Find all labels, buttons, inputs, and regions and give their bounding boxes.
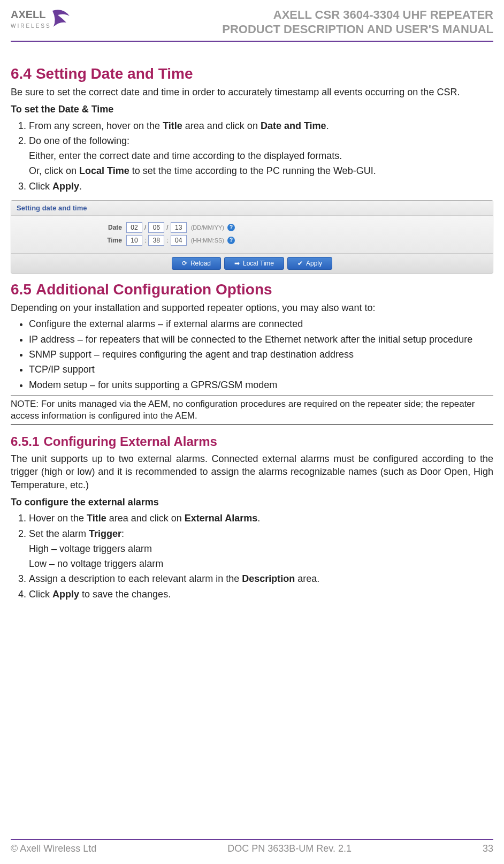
heading-number: 6.5.1 [11, 434, 39, 449]
list-item: TCP/IP support [29, 363, 493, 376]
step-1: From any screen, hover on the Title area… [29, 119, 493, 132]
time-format-hint: (HH:MM:SS) [191, 237, 224, 244]
footer-doc-id: DOC PN 3633B-UM Rev. 2.1 [227, 843, 352, 854]
section-6-5-1-intro: The unit supports up to two external ala… [11, 452, 493, 491]
apply-button[interactable]: ✔ Apply [287, 257, 332, 270]
step-3: Click Apply. [29, 180, 493, 193]
help-icon[interactable]: ? [227, 237, 235, 244]
step-2-sub-1: Either, enter the correct date and time … [29, 149, 493, 162]
check-icon: ✔ [297, 260, 303, 267]
date-mm-input[interactable] [148, 222, 164, 233]
svg-text:AXELL: AXELL [11, 9, 46, 20]
set-date-time-steps: From any screen, hover on the Title area… [11, 119, 493, 193]
heading-6-4: 6.4Setting Date and Time [11, 65, 493, 82]
page-header: AXELL WIRELESS AXELL CSR 3604-3304 UHF R… [11, 6, 493, 42]
brand-logo: AXELL WIRELESS [11, 6, 75, 37]
date-row: Date / / (DD/MM/YY) ? [17, 222, 487, 233]
date-yy-input[interactable] [171, 222, 187, 233]
local-time-button-label: Local Time [243, 260, 274, 267]
step-2: Do one of the following: Either, enter t… [29, 134, 493, 178]
date-sep-2: / [166, 224, 168, 231]
time-sep-2: : [166, 237, 168, 244]
step-4: Click Apply to save the changes. [29, 588, 493, 601]
list-item: Modem setup – for units supporting a GPR… [29, 378, 493, 391]
reload-button-label: Reload [190, 260, 211, 267]
time-row: Time : : (HH:MM:SS) ? [17, 235, 487, 246]
heading-number: 6.5 [11, 281, 32, 298]
section-6-4-intro: Be sure to set the correct date and time… [11, 86, 493, 98]
time-sep-1: : [144, 237, 146, 244]
step-2-sub-2: Or, click on Local Time to set the time … [29, 164, 493, 177]
step-3: Assign a description to each relevant al… [29, 572, 493, 585]
footer-copyright: © Axell Wireless Ltd [11, 843, 96, 854]
footer-page-number: 33 [483, 843, 493, 854]
step-1: Hover on the Title area and click on Ext… [29, 512, 493, 525]
time-hh-input[interactable] [126, 235, 142, 246]
configure-alarms-subhead: To configure the external alarms [11, 496, 493, 509]
svg-text:WIRELESS: WIRELESS [11, 23, 51, 29]
list-item: SNMP support – requires configuring the … [29, 348, 493, 361]
heading-text: Configuring External Alarms [43, 434, 217, 449]
ui-panel-title: Setting date and time [11, 201, 493, 216]
ui-button-bar: ⟳ Reload ➡ Local Time ✔ Apply [11, 253, 493, 273]
doc-title-line2: PRODUCT DESCRIPTION AND USER'S MANUAL [222, 22, 493, 37]
config-options-list: Configure the external alarms – if exter… [11, 317, 493, 391]
date-sep-1: / [144, 224, 146, 231]
list-item: Configure the external alarms – if exter… [29, 317, 493, 330]
note-box: NOTE: For units managed via the AEM, no … [11, 396, 493, 425]
date-dd-input[interactable] [126, 222, 142, 233]
configure-alarms-steps: Hover on the Title area and click on Ext… [11, 512, 493, 601]
help-icon[interactable]: ? [227, 224, 235, 231]
date-format-hint: (DD/MM/YY) [191, 224, 224, 231]
step-2: Set the alarm Trigger: High – voltage tr… [29, 527, 493, 571]
reload-button[interactable]: ⟳ Reload [172, 257, 221, 270]
section-6-5-intro: Depending on your installation and suppo… [11, 301, 493, 314]
heading-6-5: 6.5Additional Configuration Options [11, 281, 493, 298]
page-footer: © Axell Wireless Ltd DOC PN 3633B-UM Rev… [11, 839, 493, 854]
heading-text: Additional Configuration Options [36, 281, 272, 298]
step-2-sub-2: Low – no voltage triggers alarm [29, 557, 493, 570]
time-label: Time [17, 237, 126, 244]
arrow-right-icon: ➡ [234, 260, 240, 267]
date-time-ui-panel: Setting date and time Date / / (DD/MM/YY… [11, 200, 493, 274]
apply-button-label: Apply [306, 260, 322, 267]
reload-icon: ⟳ [182, 260, 187, 267]
time-mi-input[interactable] [148, 235, 164, 246]
set-date-time-subhead: To set the Date & Time [11, 103, 493, 116]
axell-logo-icon: AXELL WIRELESS [11, 6, 75, 37]
step-2-sub-1: High – voltage triggers alarm [29, 542, 493, 555]
heading-text: Setting Date and Time [36, 65, 193, 82]
local-time-button[interactable]: ➡ Local Time [224, 257, 284, 270]
heading-6-5-1: 6.5.1Configuring External Alarms [11, 434, 493, 449]
date-label: Date [17, 224, 126, 231]
time-ss-input[interactable] [171, 235, 187, 246]
doc-title-line1: AXELL CSR 3604-3304 UHF REPEATER [222, 7, 493, 22]
list-item: IP address – for repeaters that will be … [29, 333, 493, 346]
heading-number: 6.4 [11, 65, 32, 82]
